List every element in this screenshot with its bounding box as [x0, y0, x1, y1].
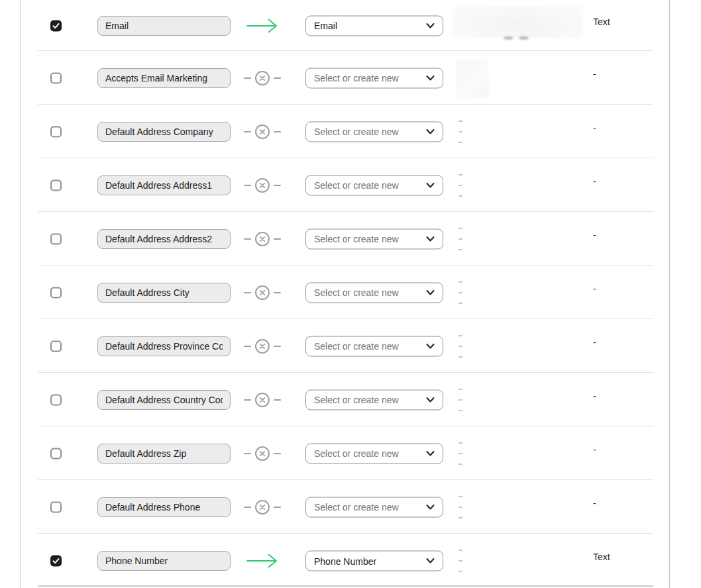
column-type-value: -: [593, 337, 596, 348]
arrow-right-icon: [246, 553, 278, 569]
destination-select-value: Select or create new: [314, 287, 421, 298]
destination-select[interactable]: Select or create new: [305, 336, 443, 356]
source-field-input[interactable]: [97, 444, 231, 464]
mapping-row: Email Text: [21, 0, 669, 51]
source-field-input[interactable]: [97, 390, 231, 410]
row-checkbox[interactable]: [50, 501, 62, 513]
destination-select[interactable]: Email: [305, 15, 443, 36]
chevron-down-icon: [426, 128, 435, 134]
preview-empty-dashes: [458, 550, 463, 572]
check-icon: [52, 557, 60, 565]
mapping-row: Select or create new -: [21, 158, 669, 212]
preview-empty-dashes: [458, 335, 463, 358]
preview-empty-dashes: [458, 228, 463, 250]
column-type-value: Text: [593, 552, 610, 562]
row-checkbox[interactable]: [50, 179, 62, 191]
destination-select-value: Select or create new: [314, 448, 421, 459]
mapping-row: Select or create new -: [21, 266, 669, 319]
column-type-value: -: [593, 444, 596, 455]
source-field-input[interactable]: [97, 175, 231, 195]
destination-select-value: Select or create new: [314, 341, 421, 352]
destination-select[interactable]: Select or create new: [305, 175, 443, 195]
row-checkbox[interactable]: [50, 20, 62, 31]
destination-select[interactable]: Select or create new: [305, 68, 443, 88]
source-field-input[interactable]: [97, 283, 231, 303]
x-circle-icon: [244, 177, 281, 193]
mapping-row: Select or create new -: [21, 319, 669, 373]
row-checkbox[interactable]: [50, 126, 62, 137]
preview-empty-dashes: [458, 121, 463, 143]
preview-blurred-text: [453, 7, 583, 38]
column-type-value: Text: [593, 17, 610, 27]
preview-empty-dashes: [458, 174, 463, 197]
mapping-row: Select or create new -: [21, 373, 669, 426]
column-type-value: -: [593, 283, 596, 294]
check-icon: [52, 21, 60, 30]
source-field-input[interactable]: [97, 229, 231, 249]
destination-select-value: Select or create new: [314, 502, 421, 513]
source-field-input[interactable]: [97, 16, 231, 36]
chevron-down-icon: [426, 504, 435, 510]
preview-empty-dashes: [458, 389, 463, 411]
x-circle-icon: [244, 285, 281, 301]
row-checkbox[interactable]: [50, 340, 62, 352]
chevron-down-icon: [426, 182, 435, 188]
source-field-input[interactable]: [97, 122, 231, 142]
column-type-value: -: [593, 122, 596, 133]
column-type-value: -: [593, 391, 596, 401]
mapping-row: Phone Number Text: [21, 534, 669, 588]
destination-select[interactable]: Select or create new: [305, 443, 443, 464]
x-circle-icon: [244, 446, 281, 462]
field-mapping-panel: Email Text: [21, 0, 670, 588]
source-field-input[interactable]: [97, 336, 231, 356]
mapping-row: Select or create new -: [21, 480, 669, 534]
x-circle-icon: [244, 499, 281, 515]
chevron-down-icon: [426, 289, 435, 295]
destination-select[interactable]: Select or create new: [305, 282, 443, 303]
preview-empty-dashes: [458, 442, 463, 465]
destination-select-value: Select or create new: [314, 73, 421, 83]
source-field-input[interactable]: [97, 551, 231, 571]
mapping-row: Select or create new -: [21, 426, 669, 480]
preview-blurred-block: [456, 59, 489, 97]
source-field-input[interactable]: [97, 497, 231, 517]
chevron-down-icon: [426, 343, 435, 349]
column-type-value: -: [593, 176, 596, 187]
arrow-right-icon: [246, 18, 278, 34]
destination-select-value: Phone Number: [314, 556, 421, 566]
destination-select[interactable]: Phone Number: [305, 551, 443, 571]
row-checkbox[interactable]: [50, 233, 62, 244]
x-circle-icon: [244, 124, 281, 140]
chevron-down-icon: [426, 236, 435, 242]
mapping-rows: Email Text: [21, 0, 669, 588]
column-type-value: -: [593, 69, 596, 79]
destination-select[interactable]: Select or create new: [305, 389, 443, 410]
destination-select-value: Select or create new: [314, 395, 421, 405]
destination-select-value: Select or create new: [314, 126, 421, 137]
destination-select[interactable]: Select or create new: [305, 121, 443, 142]
mapping-row: Select or create new -: [21, 212, 669, 266]
x-circle-icon: [244, 392, 281, 408]
source-field-input[interactable]: [97, 68, 231, 88]
preview-empty-dashes: [458, 281, 463, 304]
chevron-down-icon: [426, 450, 435, 456]
destination-select-value: Select or create new: [314, 234, 421, 244]
column-type-value: -: [593, 498, 596, 509]
chevron-down-icon: [426, 397, 435, 403]
row-checkbox[interactable]: [50, 394, 62, 405]
destination-select[interactable]: Select or create new: [305, 497, 443, 517]
mapping-row: Select or create new -: [21, 105, 669, 158]
row-checkbox[interactable]: [50, 556, 62, 567]
mapping-row: Select or create new -: [21, 51, 669, 105]
chevron-down-icon: [426, 75, 435, 81]
row-checkbox[interactable]: [50, 287, 62, 298]
x-circle-icon: [244, 338, 281, 354]
row-checkbox[interactable]: [50, 448, 62, 459]
destination-select[interactable]: Select or create new: [305, 228, 443, 249]
preview-empty-dashes: [458, 496, 463, 518]
chevron-down-icon: [426, 558, 435, 564]
destination-select-value: Email: [314, 21, 421, 31]
x-circle-icon: [244, 231, 281, 247]
row-checkbox[interactable]: [50, 72, 62, 83]
destination-select-value: Select or create new: [314, 180, 421, 191]
